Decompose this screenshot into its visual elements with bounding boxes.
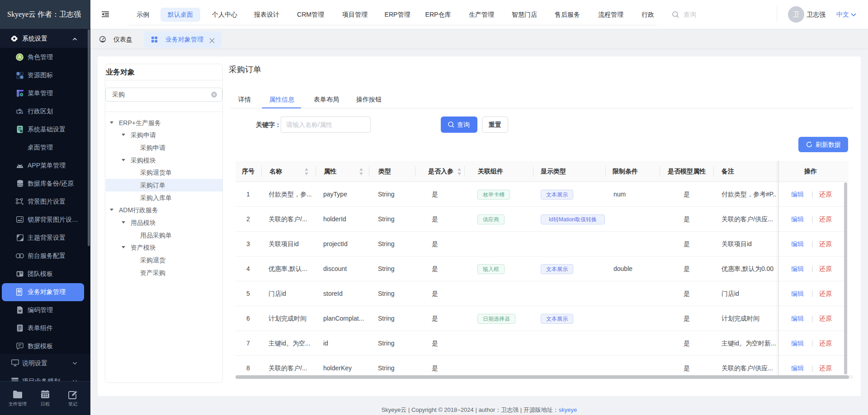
svg-text:W: W xyxy=(19,309,22,312)
